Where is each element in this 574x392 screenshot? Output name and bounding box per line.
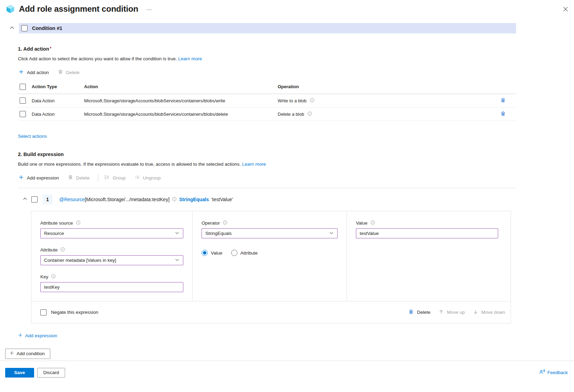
add-expression-button-label: Add expression [27,175,59,180]
delete-expression-row-label: Delete [417,310,430,315]
select-actions-link[interactable]: Select actions [18,134,47,139]
value-radio-label: Value [211,250,223,256]
expression-index-badge: 1 [43,195,52,204]
delete-expression-row-button[interactable]: Delete [408,308,431,317]
page-title: Add role assignment condition [19,4,138,14]
summary-operator: StringEquals [179,197,209,202]
key-field: Key [40,274,183,292]
info-icon[interactable] [60,247,65,253]
action-cell: Microsoft.Storage/storageAccounts/blobSe… [84,98,278,103]
expression-collapse-chevron-up-icon[interactable] [22,196,28,203]
row-checkbox[interactable] [20,111,26,117]
add-action-button[interactable]: Add action [18,68,50,77]
move-up-button[interactable]: Move up [438,308,465,317]
add-condition-button[interactable]: Add condition [5,349,50,359]
feedback-label: Feedback [547,370,568,375]
info-icon[interactable] [370,220,375,226]
discard-button[interactable]: Discard [37,368,65,378]
summary-attribute-path: [Microsoft.Storage/.../metadata:testKey] [85,197,170,202]
attribute-source-field: Attribute source Resource [40,220,183,238]
attribute-column: Attribute source Resource [31,211,192,301]
operator-dropdown[interactable]: StringEquals [202,228,338,238]
info-icon[interactable] [310,98,315,104]
value-input[interactable] [356,229,498,238]
expression-footer-actions: Delete Move up Move down [408,308,506,317]
group-button-label: Group [113,175,126,180]
key-input[interactable] [41,282,183,292]
condition-collapse-chevron-up-icon[interactable] [9,25,15,31]
action-cell: Microsoft.Storage/storageAccounts/blobSe… [84,112,278,117]
plus-icon [18,333,23,339]
expression-summary: @Resource [Microsoft.Storage/.../metadat… [59,197,233,203]
select-all-actions-checkbox[interactable] [20,84,26,90]
condition-title: Condition #1 [32,25,62,31]
ungroup-button[interactable]: Ungroup [134,173,162,182]
delete-expression-button[interactable]: Delete [67,173,90,182]
attribute-dropdown[interactable]: Container metadata [Values in key] [40,255,183,265]
attribute-radio-group[interactable]: Attribute [231,250,258,256]
group-icon [104,175,110,181]
table-row[interactable]: Data Action Microsoft.Storage/storageAcc… [18,107,516,121]
condition-checkbox[interactable] [21,25,28,31]
attribute-field: Attribute Container metadata [Values in … [40,247,183,265]
feedback-link[interactable]: Feedback [539,369,568,375]
delete-action-button-label: Delete [66,70,80,75]
trash-icon [58,69,63,75]
add-expression-button[interactable]: Add expression [18,173,60,182]
storage-cube-icon [6,4,15,14]
add-expression-link[interactable]: Add expression [18,333,57,339]
footer-bar: Save Discard Feedback [0,361,574,378]
expression-checkbox[interactable] [31,196,38,203]
delete-row-trash-icon[interactable] [500,97,506,105]
value-radio-group[interactable]: Value [202,250,223,256]
ungroup-button-label: Ungroup [143,175,161,180]
operator-label: Operator [202,220,220,226]
more-ellipsis-icon[interactable] [145,5,153,13]
condition-bar[interactable]: Condition #1 [19,23,516,33]
save-button[interactable]: Save [5,368,34,378]
negate-expression-control[interactable]: Negate this expression [40,309,98,316]
row-checkbox[interactable] [20,97,26,104]
add-action-heading-text: 1. Add action [18,46,49,52]
info-icon[interactable] [76,220,81,226]
build-expression-heading: 2. Build expression [18,152,516,157]
attribute-radio[interactable] [231,250,237,256]
table-row[interactable]: Data Action Microsoft.Storage/storageAcc… [18,94,516,107]
ungroup-icon [135,175,140,181]
add-action-description: Click Add action to select the actions y… [18,56,516,61]
negate-expression-checkbox[interactable] [40,309,47,316]
close-icon[interactable] [562,6,569,14]
value-radio[interactable] [202,250,208,256]
attribute-value: Container metadata [Values in key] [44,258,116,263]
toolbar-divider [98,174,98,182]
value-or-attribute-radio-row: Value Attribute [202,250,338,256]
operator-column: Operator StringEquals [192,211,347,301]
value-column: Value [347,211,511,301]
arrow-up-icon [439,309,444,316]
info-icon[interactable] [307,111,312,117]
attribute-source-label: Attribute source [40,220,73,226]
move-down-button[interactable]: Move down [472,308,506,317]
attribute-source-dropdown[interactable]: Resource [40,228,183,238]
add-action-learn-more-link[interactable]: Learn more [178,56,202,61]
add-condition-button-label: Add condition [17,351,45,356]
delete-action-button[interactable]: Delete [57,68,80,77]
expression-toolbar: Add expression Delete Group [18,173,516,182]
expression-summary-row: 1 @Resource [Microsoft.Storage/.../metad… [18,195,516,204]
info-icon[interactable] [172,197,177,203]
info-icon[interactable] [51,274,56,280]
info-icon[interactable] [223,220,227,226]
negate-expression-label: Negate this expression [51,310,98,315]
add-condition-row: Add condition [0,339,574,359]
move-down-label: Move down [481,310,505,315]
arrow-down-icon [473,309,478,316]
operation-cell: Delete a blob [278,112,304,117]
add-action-heading: 1. Add action* [18,46,516,52]
group-button[interactable]: Group [104,173,126,182]
plus-icon [9,351,14,357]
delete-row-trash-icon[interactable] [500,110,506,118]
column-header-action-type: Action Type [32,84,84,89]
build-expression-learn-more-link[interactable]: Learn more [242,162,266,167]
required-asterisk: * [50,46,52,51]
build-expression-description-text: Build one or more expressions. If the ex… [18,162,241,167]
